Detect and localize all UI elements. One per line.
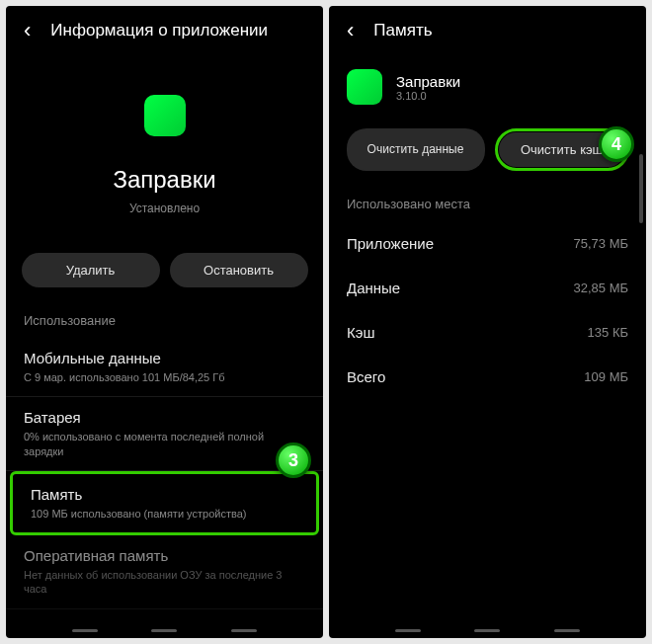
storage-label: Всего (347, 368, 385, 385)
clear-data-button[interactable]: Очистить данные (347, 128, 485, 171)
uninstall-button[interactable]: Удалить (22, 253, 160, 287)
list-item-memory[interactable]: Память 109 МБ использовано (памяти устро… (13, 474, 316, 532)
list-item-mobile-data[interactable]: Мобильные данные С 9 мар. использовано 1… (6, 338, 323, 397)
step-badge-3: 3 (276, 443, 311, 478)
clear-buttons: Очистить данные Очистить кэш (329, 119, 646, 189)
screen-app-info: ‹ Информация о приложении Заправки Устан… (6, 6, 323, 638)
action-buttons: Удалить Остановить (6, 235, 323, 305)
step-number: 3 (288, 450, 298, 471)
storage-value: 32,85 МБ (573, 281, 628, 295)
app-hero: Заправки Установлено (6, 55, 323, 235)
list-item-sub: 109 МБ использовано (памяти устройства) (31, 507, 298, 521)
nav-home-icon[interactable] (474, 629, 500, 632)
step-number: 4 (611, 134, 621, 155)
nav-bar (329, 629, 646, 632)
app-status: Установлено (129, 201, 200, 215)
app-icon (144, 95, 186, 136)
storage-value: 109 МБ (584, 369, 628, 384)
list-item-title: Память (31, 486, 298, 503)
nav-bar (6, 629, 323, 632)
storage-value: 75,73 МБ (573, 236, 628, 251)
app-name: Заправки (113, 166, 215, 194)
step-badge-4: 4 (599, 126, 634, 162)
scrollbar[interactable] (639, 154, 643, 223)
storage-label: Кэш (347, 324, 374, 341)
page-title: Память (373, 21, 432, 40)
app-name: Заправки (396, 73, 460, 90)
list-item-sub: Нет данных об использовании ОЗУ за после… (24, 568, 305, 597)
section-space-label: Использовано места (329, 189, 646, 221)
screen-storage: ‹ Память Заправки 3.10.0 Очистить данные… (329, 6, 646, 638)
storage-label: Приложение (347, 235, 434, 252)
nav-back-icon[interactable] (231, 629, 257, 632)
stop-button[interactable]: Остановить (170, 253, 308, 287)
header: ‹ Информация о приложении (6, 6, 323, 55)
app-icon (347, 69, 382, 105)
list-item-title: Оперативная память (24, 547, 305, 564)
nav-recent-icon[interactable] (395, 629, 421, 632)
storage-label: Данные (347, 280, 400, 296)
page-title: Информация о приложении (50, 21, 268, 40)
app-header-row: Заправки 3.10.0 (329, 55, 646, 119)
section-usage-label: Использование (6, 305, 323, 338)
list-item-sub: 0% использовано с момента последней полн… (24, 430, 305, 458)
highlight-memory: Память 109 МБ использовано (памяти устро… (10, 471, 319, 535)
nav-home-icon[interactable] (151, 629, 177, 632)
list-item-title: Батарея (24, 409, 305, 426)
app-version: 3.10.0 (396, 90, 460, 102)
back-icon[interactable]: ‹ (24, 20, 31, 41)
storage-value: 135 КБ (588, 325, 628, 340)
storage-row-total: Всего 109 МБ (329, 355, 646, 399)
list-item-sub: С 9 мар. использовано 101 МБ/84,25 Гб (24, 370, 305, 384)
list-item-title: Мобильные данные (24, 350, 305, 366)
nav-back-icon[interactable] (554, 629, 580, 632)
header: ‹ Память (329, 6, 646, 55)
app-info: Заправки 3.10.0 (396, 73, 460, 102)
storage-row-app: Приложение 75,73 МБ (329, 221, 646, 266)
storage-row-data: Данные 32,85 МБ (329, 266, 646, 310)
back-icon[interactable]: ‹ (347, 20, 354, 41)
list-item-ram[interactable]: Оперативная память Нет данных об использ… (6, 535, 323, 609)
storage-row-cache: Кэш 135 КБ (329, 310, 646, 355)
nav-recent-icon[interactable] (72, 629, 98, 632)
